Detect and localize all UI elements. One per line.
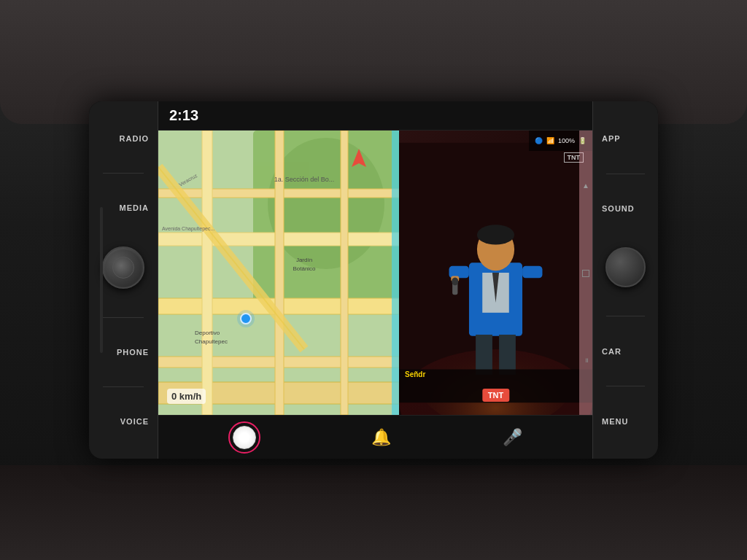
svg-rect-9 <box>275 131 284 415</box>
tv-content: 🔵 📶 100% 🔋 TNT Señdr <box>399 131 592 415</box>
nav-voice[interactable]: VOICE <box>89 411 158 432</box>
map-section[interactable]: 1a. Sección del Bo... Jardín Botánico Ve… <box>158 131 399 415</box>
left-sidebar: RADIO MEDIA PHONE VOICE <box>89 101 158 459</box>
right-divider-1 <box>606 174 645 174</box>
divider-2 <box>103 317 144 318</box>
right-sidebar: APP SOUND CAR MENU <box>592 101 658 459</box>
speed-indicator: 0 km/h <box>167 389 206 404</box>
left-knob[interactable] <box>102 246 144 289</box>
notification-bell-icon[interactable]: 🔔 <box>371 428 391 447</box>
svg-text:1a. Sección del Bo...: 1a. Sección del Bo... <box>274 176 335 183</box>
split-area: 1a. Sección del Bo... Jardín Botánico Ve… <box>158 131 592 415</box>
bottom-bar: 🔔 🎤 <box>158 415 592 459</box>
svg-text:Deportivo: Deportivo <box>195 330 220 336</box>
svg-rect-38 <box>499 335 516 375</box>
left-knob-inner <box>112 257 134 279</box>
svg-point-36 <box>452 277 458 285</box>
svg-text:Chapultepec: Chapultepec <box>195 338 228 345</box>
scroll-pause[interactable]: ⏸ <box>584 357 589 364</box>
svg-rect-33 <box>522 266 542 278</box>
map-background: 1a. Sección del Bo... Jardín Botánico Ve… <box>158 131 399 415</box>
battery-display: 100% <box>558 137 575 144</box>
watermark: Señdr <box>405 370 425 378</box>
svg-text:Avenida Chapultepec...: Avenida Chapultepec... <box>162 226 214 232</box>
scroll-box <box>582 270 589 277</box>
dashboard: RADIO MEDIA PHONE VOICE <box>0 0 747 560</box>
voice-activate-button[interactable] <box>228 421 260 454</box>
svg-text:Jardín: Jardín <box>296 257 312 263</box>
nav-menu[interactable]: MENU <box>593 411 658 432</box>
svg-rect-23 <box>392 131 399 415</box>
nav-sound[interactable]: SOUND <box>593 198 658 219</box>
svg-point-2 <box>268 138 384 269</box>
nav-phone[interactable]: PHONE <box>89 342 158 362</box>
time-display: 2:13 <box>169 107 198 124</box>
top-bar: 2:13 <box>158 101 592 131</box>
svg-text:Botánico: Botánico <box>293 265 316 272</box>
right-knob[interactable] <box>605 247 646 287</box>
tv-section[interactable]: 🔵 📶 100% 🔋 TNT Señdr <box>399 131 592 415</box>
right-divider-3 <box>606 386 645 386</box>
bluetooth-icon: 🔵 <box>535 137 543 144</box>
right-divider-2 <box>606 316 645 316</box>
wifi-icon: 📶 <box>546 137 554 144</box>
svg-point-21 <box>237 310 255 327</box>
main-content: 2:13 <box>158 101 592 459</box>
left-knob-area <box>98 242 149 293</box>
right-knob-area <box>602 244 649 291</box>
nav-app[interactable]: APP <box>593 128 658 149</box>
svg-rect-37 <box>476 335 492 375</box>
svg-rect-10 <box>341 131 348 415</box>
divider-3 <box>103 386 144 387</box>
scroll-up-arrow[interactable]: ▲ <box>582 182 589 190</box>
microphone-icon[interactable]: 🎤 <box>503 428 522 447</box>
nav-car[interactable]: CAR <box>593 341 658 362</box>
infotainment-screen: RADIO MEDIA PHONE VOICE <box>89 101 658 459</box>
channel-logo-bottom: TNT <box>482 389 509 402</box>
map-svg: 1a. Sección del Bo... Jardín Botánico Ve… <box>158 131 399 415</box>
svg-point-29 <box>477 225 514 244</box>
tv-scrollbar[interactable]: ▲ ⏸ <box>579 131 592 415</box>
svg-rect-8 <box>202 131 212 415</box>
svg-rect-32 <box>449 266 469 278</box>
divider-1 <box>103 173 144 174</box>
nav-radio[interactable]: RADIO <box>89 128 158 149</box>
nav-media[interactable]: MEDIA <box>89 198 158 218</box>
voice-button-inner <box>233 426 256 449</box>
person-svg <box>399 131 592 415</box>
